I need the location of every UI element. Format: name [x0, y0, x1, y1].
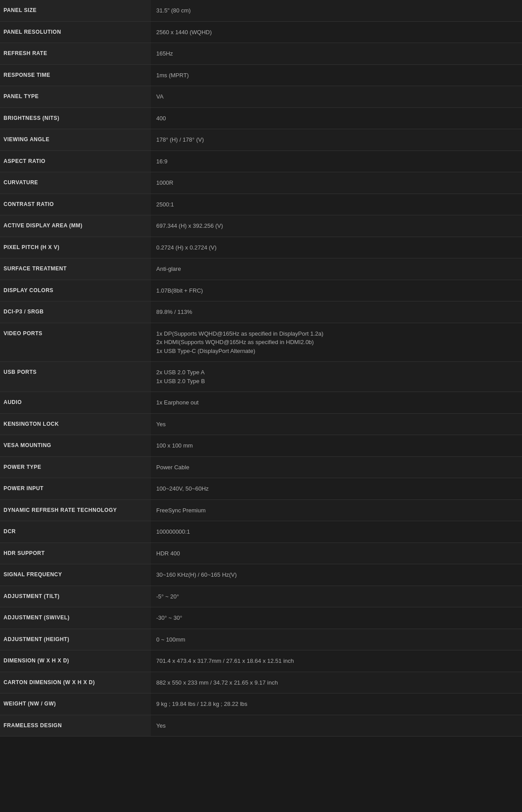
spec-value: 2560 x 1440 (WQHD) — [151, 21, 522, 43]
table-row: BRIGHTNESS (NITS)400 — [0, 107, 522, 129]
table-row: PIXEL PITCH (H X V)0.2724 (H) x 0.2724 (… — [0, 237, 522, 258]
spec-value: Anti-glare — [151, 258, 522, 280]
spec-value: Yes — [151, 715, 522, 737]
table-row: ADJUSTMENT (HEIGHT)0 ~ 100mm — [0, 629, 522, 650]
table-row: DCR100000000:1 — [0, 521, 522, 543]
spec-value: 31.5" (80 cm) — [151, 0, 522, 21]
table-row: DISPLAY COLORS1.07B(8bit + FRC) — [0, 280, 522, 301]
spec-label: AUDIO — [0, 392, 151, 414]
table-row: POWER TYPEPower Cable — [0, 456, 522, 478]
spec-label: SIGNAL FREQUENCY — [0, 564, 151, 586]
spec-label: DISPLAY COLORS — [0, 280, 151, 301]
spec-value: 100~240V, 50~60Hz — [151, 478, 522, 500]
spec-value: 0 ~ 100mm — [151, 629, 522, 650]
spec-value: 165Hz — [151, 43, 522, 65]
spec-value: 1x DP(Supports WQHD@165Hz as specified i… — [151, 323, 522, 362]
table-row: CARTON DIMENSION (W X H X D)882 x 550 x … — [0, 672, 522, 693]
spec-value: -5° ~ 20° — [151, 586, 522, 607]
spec-value: 2x USB 2.0 Type A1x USB 2.0 Type B — [151, 362, 522, 392]
spec-label: WEIGHT (NW / GW) — [0, 693, 151, 715]
table-row: DYNAMIC REFRESH RATE TECHNOLOGYFreeSync … — [0, 499, 522, 521]
spec-label: CURVATURE — [0, 172, 151, 194]
table-row: AUDIO1x Earphone out — [0, 392, 522, 414]
spec-value: HDR 400 — [151, 543, 522, 564]
spec-label: PANEL RESOLUTION — [0, 21, 151, 43]
spec-value: Yes — [151, 413, 522, 435]
spec-label: POWER TYPE — [0, 456, 151, 478]
spec-value: 701.4 x 473.4 x 317.7mm / 27.61 x 18.64 … — [151, 650, 522, 672]
spec-value: FreeSync Premium — [151, 499, 522, 521]
table-row: VESA MOUNTING100 x 100 mm — [0, 435, 522, 457]
spec-label: FRAMELESS DESIGN — [0, 715, 151, 737]
table-row: USB PORTS2x USB 2.0 Type A1x USB 2.0 Typ… — [0, 362, 522, 392]
spec-value: 16:9 — [151, 151, 522, 172]
spec-label: DIMENSION (W X H X D) — [0, 650, 151, 672]
spec-label: ADJUSTMENT (HEIGHT) — [0, 629, 151, 650]
table-row: KENSINGTON LOCKYes — [0, 413, 522, 435]
spec-label: POWER INPUT — [0, 478, 151, 500]
table-row: SIGNAL FREQUENCY30~160 KHz(H) / 60~165 H… — [0, 564, 522, 586]
table-row: REFRESH RATE165Hz — [0, 43, 522, 65]
spec-value: 1x Earphone out — [151, 392, 522, 414]
spec-label: PANEL SIZE — [0, 0, 151, 21]
spec-label: ACTIVE DISPLAY AREA (MM) — [0, 215, 151, 237]
spec-value: 89.8% / 113% — [151, 301, 522, 323]
table-row: PANEL RESOLUTION2560 x 1440 (WQHD) — [0, 21, 522, 43]
table-row: PANEL SIZE31.5" (80 cm) — [0, 0, 522, 21]
table-row: RESPONSE TIME1ms (MPRT) — [0, 64, 522, 86]
spec-value: 1000R — [151, 172, 522, 194]
spec-value: -30° ~ 30° — [151, 607, 522, 629]
spec-label: SURFACE TREATMENT — [0, 258, 151, 280]
specs-table: PANEL SIZE31.5" (80 cm)PANEL RESOLUTION2… — [0, 0, 522, 737]
table-row: ADJUSTMENT (SWIVEL)-30° ~ 30° — [0, 607, 522, 629]
table-row: VIDEO PORTS1x DP(Supports WQHD@165Hz as … — [0, 323, 522, 362]
spec-label: BRIGHTNESS (NITS) — [0, 107, 151, 129]
spec-label: RESPONSE TIME — [0, 64, 151, 86]
table-row: ASPECT RATIO16:9 — [0, 151, 522, 172]
spec-value: 882 x 550 x 233 mm / 34.72 x 21.65 x 9.1… — [151, 672, 522, 693]
spec-label: ASPECT RATIO — [0, 151, 151, 172]
spec-value: 9 kg ; 19.84 lbs / 12.8 kg ; 28.22 lbs — [151, 693, 522, 715]
spec-label: VIDEO PORTS — [0, 323, 151, 362]
spec-value: VA — [151, 86, 522, 108]
table-row: ADJUSTMENT (TILT)-5° ~ 20° — [0, 586, 522, 607]
spec-label: REFRESH RATE — [0, 43, 151, 65]
spec-label: CONTRAST RATIO — [0, 194, 151, 215]
table-row: DCI-P3 / SRGB89.8% / 113% — [0, 301, 522, 323]
table-row: CURVATURE1000R — [0, 172, 522, 194]
table-row: VIEWING ANGLE178° (H) / 178° (V) — [0, 129, 522, 151]
spec-value: 2500:1 — [151, 194, 522, 215]
table-row: PANEL TYPEVA — [0, 86, 522, 108]
spec-value: 1.07B(8bit + FRC) — [151, 280, 522, 301]
spec-label: DCR — [0, 521, 151, 543]
spec-label: DYNAMIC REFRESH RATE TECHNOLOGY — [0, 499, 151, 521]
spec-label: KENSINGTON LOCK — [0, 413, 151, 435]
spec-label: ADJUSTMENT (SWIVEL) — [0, 607, 151, 629]
spec-label: ADJUSTMENT (TILT) — [0, 586, 151, 607]
spec-label: CARTON DIMENSION (W X H X D) — [0, 672, 151, 693]
table-row: CONTRAST RATIO2500:1 — [0, 194, 522, 215]
table-row: HDR SUPPORTHDR 400 — [0, 543, 522, 564]
table-row: ACTIVE DISPLAY AREA (MM)697.344 (H) x 39… — [0, 215, 522, 237]
spec-label: VIEWING ANGLE — [0, 129, 151, 151]
spec-value: 30~160 KHz(H) / 60~165 Hz(V) — [151, 564, 522, 586]
spec-value: Power Cable — [151, 456, 522, 478]
spec-label: DCI-P3 / SRGB — [0, 301, 151, 323]
spec-value: 0.2724 (H) x 0.2724 (V) — [151, 237, 522, 258]
spec-label: PIXEL PITCH (H X V) — [0, 237, 151, 258]
table-row: WEIGHT (NW / GW)9 kg ; 19.84 lbs / 12.8 … — [0, 693, 522, 715]
spec-label: USB PORTS — [0, 362, 151, 392]
spec-value: 100 x 100 mm — [151, 435, 522, 457]
spec-label: VESA MOUNTING — [0, 435, 151, 457]
spec-label: HDR SUPPORT — [0, 543, 151, 564]
spec-value: 1ms (MPRT) — [151, 64, 522, 86]
spec-label: PANEL TYPE — [0, 86, 151, 108]
spec-value: 178° (H) / 178° (V) — [151, 129, 522, 151]
spec-value: 400 — [151, 107, 522, 129]
spec-value: 100000000:1 — [151, 521, 522, 543]
spec-value: 697.344 (H) x 392.256 (V) — [151, 215, 522, 237]
table-row: FRAMELESS DESIGNYes — [0, 715, 522, 737]
table-row: DIMENSION (W X H X D)701.4 x 473.4 x 317… — [0, 650, 522, 672]
table-row: SURFACE TREATMENTAnti-glare — [0, 258, 522, 280]
table-row: POWER INPUT100~240V, 50~60Hz — [0, 478, 522, 500]
